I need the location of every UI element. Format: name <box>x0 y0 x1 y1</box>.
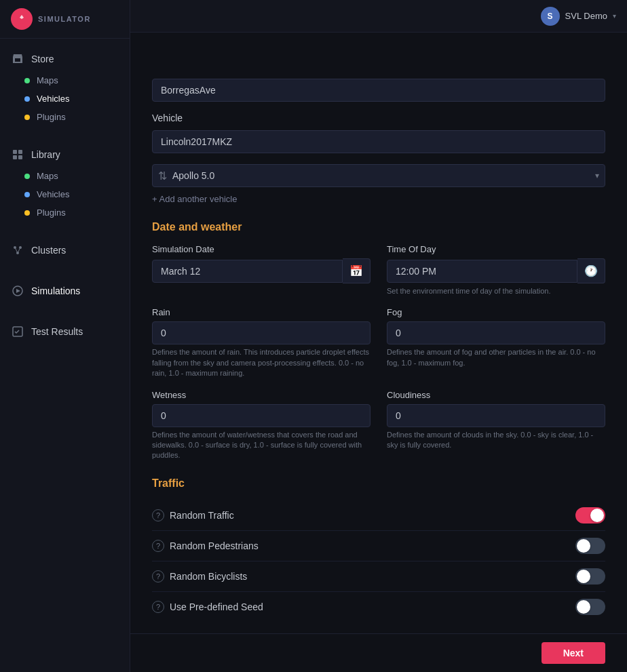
rain-input[interactable] <box>152 321 370 344</box>
add-vehicle-link[interactable]: + Add another vehicle <box>152 194 237 204</box>
fog-input[interactable] <box>387 321 605 344</box>
sidebar-item-library-maps[interactable]: Maps <box>0 167 130 185</box>
traffic-row-left: ? Random Bicyclists <box>152 570 247 582</box>
cloudiness-field: Cloudiness Defines the amount of clouds … <box>387 390 605 461</box>
random-traffic-toggle[interactable] <box>575 507 605 523</box>
dot-icon <box>24 174 30 179</box>
avatar: S <box>541 7 560 26</box>
traffic-section: Traffic ? Random Traffic ? Random Pedest… <box>152 477 605 622</box>
time-of-day-input[interactable] <box>387 260 577 283</box>
wetness-label: Wetness <box>152 390 370 400</box>
test-results-label: Test Results <box>31 326 83 337</box>
sidebar-item-store-vehicles[interactable]: Vehicles <box>0 90 130 108</box>
vehicle-section-label: Vehicle <box>152 113 605 123</box>
sidebar-item-store-maps[interactable]: Maps <box>0 71 130 90</box>
library-vehicles-label: Vehicles <box>37 189 69 199</box>
traffic-row-random-pedestrians: ? Random Pedestrians <box>152 531 605 561</box>
sidebar-item-library-vehicles[interactable]: Vehicles <box>0 185 130 203</box>
random-bicyclists-toggle[interactable] <box>575 568 605 585</box>
predefined-seed-toggle[interactable] <box>575 599 605 615</box>
library-section: Library Maps Vehicles Plugins <box>0 134 130 230</box>
date-row: 📅 <box>152 258 370 283</box>
simulation-date-input[interactable] <box>152 260 343 283</box>
library-maps-label: Maps <box>37 171 58 181</box>
simulation-date-field: Simulation Date 📅 <box>152 244 370 296</box>
user-menu[interactable]: S SVL Demo ▾ <box>541 7 616 26</box>
cloudiness-input[interactable] <box>387 404 605 427</box>
app-name: SIMULATOR <box>38 15 91 23</box>
store-vehicles-label: Vehicles <box>37 94 69 104</box>
date-weather-section: Date and weather Simulation Date 📅 Time … <box>152 221 605 461</box>
svg-rect-1 <box>18 150 22 154</box>
clusters-section: Clusters <box>0 230 130 271</box>
traffic-row-random-traffic: ? Random Traffic <box>152 500 605 531</box>
wetness-hint: Defines the amount of water/wetness that… <box>152 430 370 461</box>
store-section: Store Maps Vehicles Plugins <box>0 39 130 134</box>
dot-icon <box>24 210 30 216</box>
store-plugins-label: Plugins <box>37 112 66 122</box>
sidebar-item-library-plugins[interactable]: Plugins <box>0 203 130 222</box>
traffic-row-random-bicyclists: ? Random Bicyclists <box>152 561 605 592</box>
svg-rect-3 <box>18 155 22 159</box>
logo-icon <box>11 8 33 30</box>
wetness-field: Wetness Defines the amount of water/wetn… <box>152 390 370 461</box>
calendar-icon[interactable]: 📅 <box>343 258 370 283</box>
random-traffic-label: Random Traffic <box>170 510 234 521</box>
fog-field: Fog Defines the amount of fog and other … <box>387 307 605 378</box>
info-icon-random-traffic[interactable]: ? <box>152 509 164 521</box>
sidebar-item-clusters[interactable]: Clusters <box>0 238 130 262</box>
traffic-row-predefined-seed: ? Use Pre-defined Seed <box>152 592 605 622</box>
vehicle-agent-row: ⇅ Apollo 5.0 ▾ <box>152 164 605 187</box>
simulations-icon <box>11 284 24 298</box>
store-maps-label: Maps <box>37 75 58 85</box>
bottom-bar: Next <box>130 633 627 672</box>
dot-icon <box>24 192 30 197</box>
next-button[interactable]: Next <box>542 642 605 664</box>
simulations-section: Simulations <box>0 271 130 311</box>
test-results-section: Test Results <box>0 311 130 352</box>
time-hint: Set the environment time of day of the s… <box>387 286 605 296</box>
header: S SVL Demo ▾ <box>130 0 627 33</box>
sidebar-item-store[interactable]: Store <box>0 47 130 71</box>
sidebar-item-simulations[interactable]: Simulations <box>0 279 130 303</box>
svg-marker-10 <box>16 289 20 293</box>
dot-icon <box>24 96 30 102</box>
time-row: 🕐 <box>387 258 605 283</box>
test-results-icon <box>11 325 24 338</box>
traffic-header: Traffic <box>152 477 605 490</box>
vehicle-name-input[interactable] <box>152 130 605 153</box>
clock-icon[interactable]: 🕐 <box>577 258 605 283</box>
wetness-input[interactable] <box>152 404 370 427</box>
dot-icon <box>24 78 30 83</box>
info-icon-seed[interactable]: ? <box>152 601 164 613</box>
chevron-down-icon: ▾ <box>595 171 599 180</box>
info-icon-pedestrians[interactable]: ? <box>152 540 164 552</box>
sidebar-item-test-results[interactable]: Test Results <box>0 319 130 344</box>
traffic-row-left: ? Random Traffic <box>152 509 234 521</box>
library-plugins-label: Plugins <box>37 207 66 218</box>
sidebar: SIMULATOR Store Maps Vehicles Plugins <box>0 0 130 672</box>
svg-line-8 <box>18 248 20 253</box>
random-pedestrians-label: Random Pedestrians <box>170 540 259 551</box>
vehicle-agent-select[interactable]: Apollo 5.0 <box>172 167 595 184</box>
cloudiness-hint: Defines the amount of clouds in the sky.… <box>387 430 605 451</box>
chevron-down-icon: ▾ <box>613 12 616 20</box>
app-logo: SIMULATOR <box>0 0 130 39</box>
sidebar-item-library[interactable]: Library <box>0 142 130 167</box>
svg-rect-0 <box>13 150 17 154</box>
sidebar-item-store-plugins[interactable]: Plugins <box>0 108 130 126</box>
store-label: Store <box>31 54 54 64</box>
clusters-label: Clusters <box>31 245 66 256</box>
time-of-day-field: Time Of Day 🕐 Set the environment time o… <box>387 244 605 296</box>
vehicle-section: Vehicle ⇅ Apollo 5.0 ▾ + Add another veh… <box>152 113 605 205</box>
svg-line-7 <box>15 248 18 253</box>
vehicle-agent-select-wrapper[interactable]: ⇅ Apollo 5.0 ▾ <box>152 164 605 187</box>
info-icon-bicyclists[interactable]: ? <box>152 570 164 582</box>
weather-grid: Simulation Date 📅 Time Of Day 🕐 Set the … <box>152 244 605 461</box>
cloudiness-label: Cloudiness <box>387 390 605 400</box>
rain-field: Rain Defines the amount of rain. This in… <box>152 307 370 378</box>
random-pedestrians-toggle[interactable] <box>575 538 605 554</box>
fog-label: Fog <box>387 307 605 317</box>
predefined-seed-label: Use Pre-defined Seed <box>170 601 263 612</box>
sliders-icon: ⇅ <box>158 170 167 182</box>
